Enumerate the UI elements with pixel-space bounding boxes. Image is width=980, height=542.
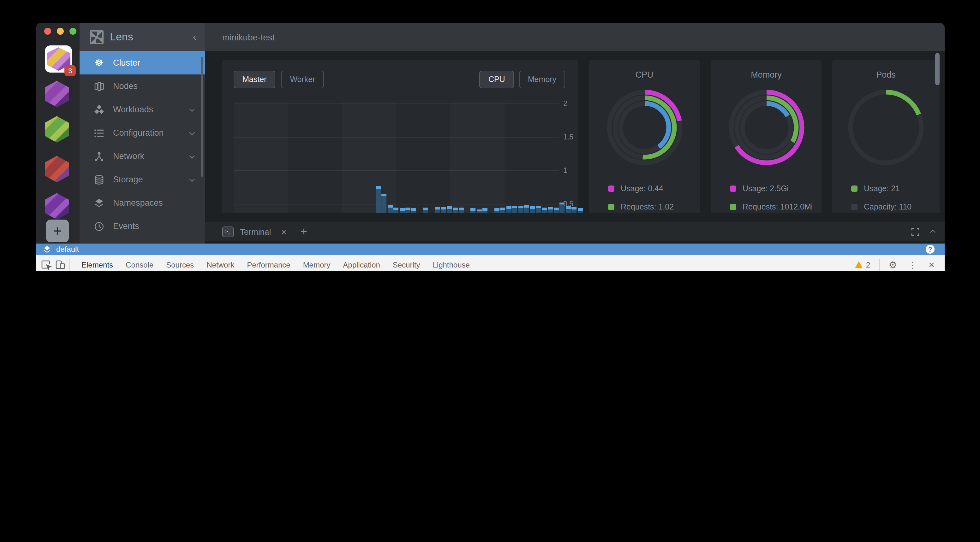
chart-bar[interactable] <box>571 207 576 212</box>
chart-bar[interactable] <box>482 209 487 212</box>
chart-bar-cap <box>447 206 452 209</box>
chevron-down-icon[interactable] <box>189 130 195 135</box>
chart-bar[interactable] <box>512 206 517 212</box>
devtools-tab-network[interactable]: Network <box>200 255 240 271</box>
chart-bar-cap <box>524 205 529 207</box>
donut-title: Pods <box>832 70 940 79</box>
chart-bar[interactable] <box>542 208 547 212</box>
devtools-menu-icon[interactable]: ⋮ <box>903 260 922 270</box>
close-window-button[interactable] <box>44 28 51 35</box>
lens-logo-icon <box>90 30 103 44</box>
chart-bar[interactable] <box>406 208 410 212</box>
expand-dock-icon[interactable] <box>911 227 920 236</box>
chart-bar-cap <box>453 208 458 210</box>
sidebar-item-workloads[interactable]: Workloads <box>80 98 205 121</box>
chart-bar[interactable] <box>423 208 428 212</box>
new-terminal-icon[interactable]: + <box>301 225 307 238</box>
chart-grid-column <box>234 101 288 212</box>
chart-bar-cap <box>560 203 565 205</box>
chart-bar[interactable] <box>500 208 506 212</box>
devtools-tab-sources[interactable]: Sources <box>160 255 200 271</box>
chart-bar[interactable] <box>578 209 582 212</box>
chart-bar[interactable] <box>566 206 571 212</box>
chart-bar[interactable] <box>447 206 452 212</box>
warning-icon[interactable] <box>855 261 862 268</box>
devtools-tab-memory[interactable]: Memory <box>297 255 337 271</box>
chart-bar-cap <box>393 208 398 210</box>
cluster-overview: MasterWorker CPUMemory 21.510.5 CPUUsage… <box>205 51 945 212</box>
devtools-tab-performance[interactable]: Performance <box>240 255 296 271</box>
chart-bar[interactable] <box>453 208 458 212</box>
main-scrollbar[interactable] <box>935 53 940 85</box>
chart-bar[interactable] <box>471 209 476 212</box>
chart-bar[interactable] <box>506 206 511 212</box>
chevron-down-icon[interactable] <box>189 106 195 112</box>
chevron-down-icon[interactable] <box>189 153 195 159</box>
devtools-tab-security[interactable]: Security <box>387 255 426 271</box>
collapse-sidebar-icon[interactable]: ‹ <box>193 31 196 43</box>
sidebar-item-namespaces[interactable]: Namespaces <box>80 191 205 214</box>
sidebar-item-cluster[interactable]: ☸Cluster <box>80 51 205 74</box>
cluster-icon-active[interactable]: 3 <box>45 46 72 73</box>
legend-item: Capacity: 110 <box>851 198 912 212</box>
warning-count[interactable]: 2 <box>866 260 870 269</box>
chart-bar[interactable] <box>518 206 523 212</box>
devtools-tab-application[interactable]: Application <box>337 255 386 271</box>
chart-bar[interactable] <box>441 207 446 212</box>
chevron-down-icon[interactable] <box>189 176 195 182</box>
chart-bar[interactable] <box>376 187 381 212</box>
legend-label: Usage: 0.44 <box>621 184 663 193</box>
cluster-icon[interactable] <box>45 116 72 143</box>
devtools-tab-lighthouse[interactable]: Lighthouse <box>426 255 476 271</box>
lens-app-window: 3 + Lens ‹ minik <box>36 23 945 271</box>
chart-bar[interactable] <box>393 208 398 212</box>
devtools-tab-console[interactable]: Console <box>119 255 160 271</box>
chart-bar[interactable] <box>411 209 417 212</box>
help-button[interactable]: ? <box>926 245 934 254</box>
devtools-tab-elements[interactable]: Elements <box>75 255 119 271</box>
cluster-icon[interactable] <box>45 193 72 220</box>
chart-bar[interactable] <box>382 194 387 212</box>
chart-bar[interactable] <box>524 205 529 212</box>
legend-label: Requests: 1012.0Mi <box>743 202 813 211</box>
chart-bar[interactable] <box>548 207 553 212</box>
devtools-settings-icon[interactable]: ⚙ <box>883 259 902 270</box>
terminal-dock: >_ Terminal × + <box>205 222 945 241</box>
network-icon <box>94 151 104 162</box>
sidebar-item-label: Namespaces <box>113 198 163 208</box>
chart-bar[interactable] <box>495 209 500 212</box>
raise-dock-icon[interactable] <box>930 230 935 235</box>
namespace-label[interactable]: default <box>56 245 79 254</box>
chart-bar[interactable] <box>536 206 541 212</box>
inspect-element-icon[interactable] <box>39 258 53 271</box>
chart-bar[interactable] <box>477 209 482 212</box>
chart-bar[interactable] <box>435 207 440 212</box>
legend-swatch <box>851 185 858 192</box>
add-cluster-button[interactable]: + <box>46 220 69 242</box>
configuration-icon <box>94 127 104 138</box>
cluster-icon[interactable] <box>45 156 72 183</box>
terminal-tab-label[interactable]: Terminal <box>240 227 271 236</box>
sidebar-item-events[interactable]: Events <box>80 214 205 238</box>
device-toolbar-icon[interactable] <box>53 258 67 271</box>
chart-bar[interactable] <box>530 206 535 212</box>
sidebar-item-network[interactable]: Network <box>80 144 205 168</box>
zoom-window-button[interactable] <box>70 28 76 35</box>
chart-bar[interactable] <box>399 209 404 212</box>
cluster-name-title: minikube-test <box>222 32 275 42</box>
chart-bar[interactable] <box>554 208 559 212</box>
chart-bar[interactable] <box>560 203 565 212</box>
cluster-icon[interactable] <box>45 81 72 108</box>
close-terminal-icon[interactable]: × <box>281 226 287 237</box>
sidebar-item-label: Network <box>113 151 144 161</box>
sidebar-scrollbar[interactable] <box>201 57 203 177</box>
sidebar-item-nodes[interactable]: Nodes <box>80 74 205 98</box>
chart-bar[interactable] <box>459 208 464 212</box>
sidebar-item-storage[interactable]: Storage <box>80 168 205 191</box>
chart-bar-cap <box>530 206 535 209</box>
cluster-hexagon-icon <box>45 116 69 143</box>
minimize-window-button[interactable] <box>57 28 64 35</box>
chart-bar[interactable] <box>388 205 393 212</box>
devtools-close-icon[interactable]: × <box>923 259 940 270</box>
sidebar-item-configuration[interactable]: Configuration <box>80 121 205 144</box>
